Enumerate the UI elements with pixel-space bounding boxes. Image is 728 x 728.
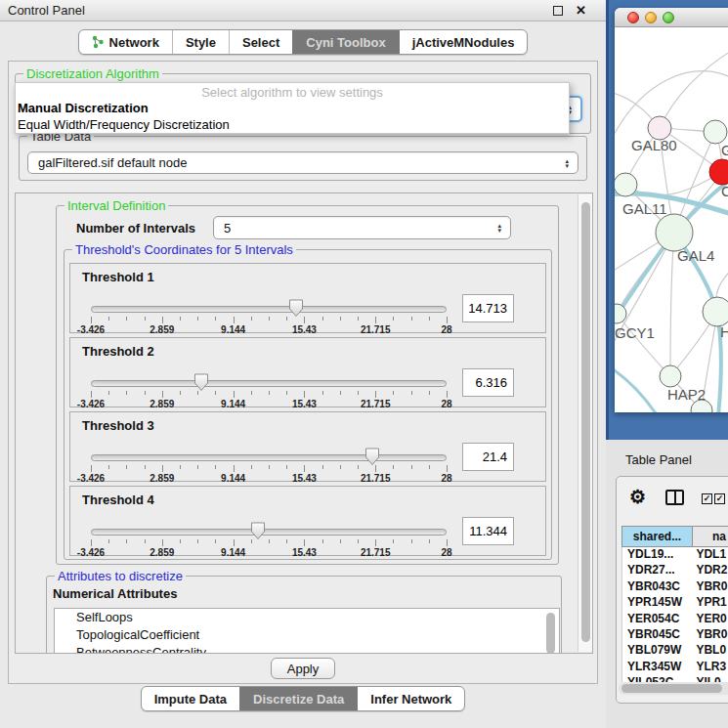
threshold-value-field[interactable]: 6.316	[462, 368, 514, 397]
node-hap2[interactable]	[660, 365, 681, 387]
dropdown-option-equal-width[interactable]: Equal Width/Frequency Discretization	[16, 117, 569, 134]
network-edge-thick	[615, 366, 658, 412]
table-row[interactable]: YLR345WYLR3	[622, 660, 728, 675]
apply-button[interactable]: Apply	[271, 658, 335, 679]
threshold-value-field[interactable]: 11.344	[462, 517, 514, 545]
close-icon[interactable]	[576, 3, 586, 18]
table-data-combobox[interactable]: galFiltered.sif default node	[27, 151, 578, 174]
dropdown-placeholder-option[interactable]: Select algorithm to view settings	[16, 83, 569, 101]
tick-label: 15.43	[292, 324, 317, 335]
table-row[interactable]: YBR045CYBR0	[622, 627, 728, 643]
top-tab-group: NetworkStyleSelectCyni ToolboxjActiveMNo…	[78, 29, 529, 55]
table-cell: YDR27...	[622, 563, 693, 578]
threshold-value-field[interactable]: 21.4	[462, 443, 514, 471]
threshold-label: Threshold 4	[82, 492, 154, 507]
attribute-list-item[interactable]: TopologicalCoefficient	[55, 626, 559, 644]
network-edge	[670, 233, 674, 376]
tick-label: 2.859	[150, 324, 174, 335]
node-label: C	[721, 183, 728, 199]
panel-title: Control Panel	[8, 3, 85, 18]
tab-cyni-toolbox[interactable]: Cyni Toolbox	[292, 30, 398, 54]
tab-select[interactable]: Select	[229, 30, 292, 54]
columns-icon[interactable]	[665, 490, 684, 505]
node-gal11[interactable]	[615, 173, 637, 196]
table-cell: YBR0	[693, 627, 728, 643]
thresholds-group-label: Threshold's Coordinates for 5 Intervals	[72, 242, 296, 257]
threshold-slider[interactable]: -3.4262.8599.14415.4321.71528	[91, 450, 447, 483]
table-row[interactable]: YDL19...YDL1	[622, 547, 728, 563]
table-header-row: shared...na	[621, 526, 728, 547]
algorithm-group-label: Discretization Algorithm	[23, 66, 162, 81]
table-cell: YER054C	[622, 612, 693, 627]
tab-network[interactable]: Network	[79, 30, 172, 54]
dropdown-option-manual[interactable]: Manual Discretization	[16, 101, 569, 117]
attribute-list-item[interactable]: BetweennessCentrality	[55, 644, 559, 654]
table-cell: YIL0	[693, 675, 728, 682]
tab-discretize-data[interactable]: Discretize Data	[239, 687, 357, 710]
tab-style[interactable]: Style	[172, 30, 229, 54]
zoom-traffic-light-icon[interactable]	[663, 12, 674, 23]
network-canvas[interactable]: GAL80GACGAL11GAL4GCY1HHAP2	[615, 27, 728, 412]
attributes-scrollbar-thumb[interactable]	[546, 613, 555, 654]
table-row[interactable]: YBR043CYBR0	[622, 579, 728, 595]
threshold-slider[interactable]: -3.4262.8599.14415.4321.71528	[91, 524, 447, 557]
numerical-attributes-list[interactable]: SelfLoopsTopologicalCoefficientBetweenne…	[54, 608, 560, 654]
tick-label: 28	[441, 399, 451, 409]
bottom-tabbar: Impute DataDiscretize DataInfer Network	[0, 686, 606, 711]
tick-label: 28	[441, 324, 451, 335]
node-gal4[interactable]	[656, 214, 693, 251]
table-row[interactable]: YDR27...YDR2	[622, 563, 728, 578]
slider-track	[91, 380, 447, 387]
column-header-2[interactable]: na	[693, 526, 728, 547]
threshold-row: Threshold 4-3.4262.8599.14415.4321.71528…	[69, 486, 546, 556]
table-row[interactable]: YIL052CYIL0	[622, 675, 728, 682]
threshold-slider[interactable]: -3.4262.8599.14415.4321.71528	[91, 301, 447, 334]
checkbox-icon[interactable]	[714, 493, 725, 504]
node-label: GAL11	[622, 200, 667, 217]
node-edge-top[interactable]	[704, 120, 727, 144]
tick-label: 9.144	[221, 547, 245, 558]
attributes-list-scrollbar[interactable]	[543, 610, 558, 654]
table-cell: YPR145W	[622, 595, 693, 611]
tab-infer-network[interactable]: Infer Network	[357, 687, 464, 710]
attributes-group-label: Attributes to discretize	[55, 569, 186, 583]
table-row[interactable]: YBL079WYBL0	[622, 643, 728, 659]
table-panel: shared...na YDL19...YDL1YDR27...YDR2YBR0…	[616, 476, 728, 704]
table-row[interactable]: YPR145WYPR1	[622, 595, 728, 611]
tab-label: Discretize Data	[253, 692, 344, 707]
attribute-list-item[interactable]: SelfLoops	[55, 609, 559, 626]
slider-thumb[interactable]	[250, 522, 266, 540]
tab-label: Impute Data	[154, 692, 227, 707]
tab-impute-data[interactable]: Impute Data	[142, 687, 239, 710]
slider-thumb[interactable]	[288, 299, 304, 318]
network-window-titlebar	[615, 8, 728, 27]
settings-scrollbar-thumb[interactable]	[581, 202, 590, 642]
threshold-slider[interactable]: -3.4262.8599.14415.4321.71528	[91, 375, 447, 408]
network-view-window: GAL80GACGAL11GAL4GCY1HHAP2	[615, 8, 728, 412]
tab-jactivemnodules[interactable]: jActiveMNodules	[399, 30, 528, 54]
close-traffic-light-icon[interactable]	[627, 12, 639, 23]
checkbox-icon[interactable]	[702, 493, 712, 504]
column-header-1[interactable]: shared...	[621, 526, 693, 547]
tab-label: Cyni Toolbox	[306, 35, 385, 50]
table-row[interactable]: YER054CYER0	[622, 612, 728, 627]
node-h[interactable]	[703, 297, 728, 326]
threshold-value-field[interactable]: 14.713	[462, 294, 514, 322]
threshold-label: Threshold 2	[82, 344, 154, 359]
threshold-row: Threshold 2-3.4262.8599.14415.4321.71528…	[69, 337, 546, 407]
node-red[interactable]	[709, 159, 728, 185]
settings-panel-scrollbar[interactable]	[578, 194, 592, 652]
tick-label: 15.43	[292, 399, 317, 409]
minimize-traffic-light-icon[interactable]	[645, 12, 657, 23]
slider-thumb[interactable]	[364, 448, 380, 466]
interval-definition-label: Interval Definition	[64, 198, 168, 213]
hscrollbar-thumb[interactable]	[621, 684, 722, 693]
number-of-intervals-combobox[interactable]: 5	[213, 216, 511, 239]
tick-label: 9.144	[221, 324, 245, 335]
gear-icon[interactable]	[629, 486, 646, 508]
node-label: H	[720, 323, 728, 340]
slider-thumb[interactable]	[193, 373, 209, 392]
table-horizontal-scrollbar[interactable]	[619, 682, 728, 695]
tick-label: -3.426	[77, 473, 105, 484]
float-window-icon[interactable]	[553, 6, 563, 16]
